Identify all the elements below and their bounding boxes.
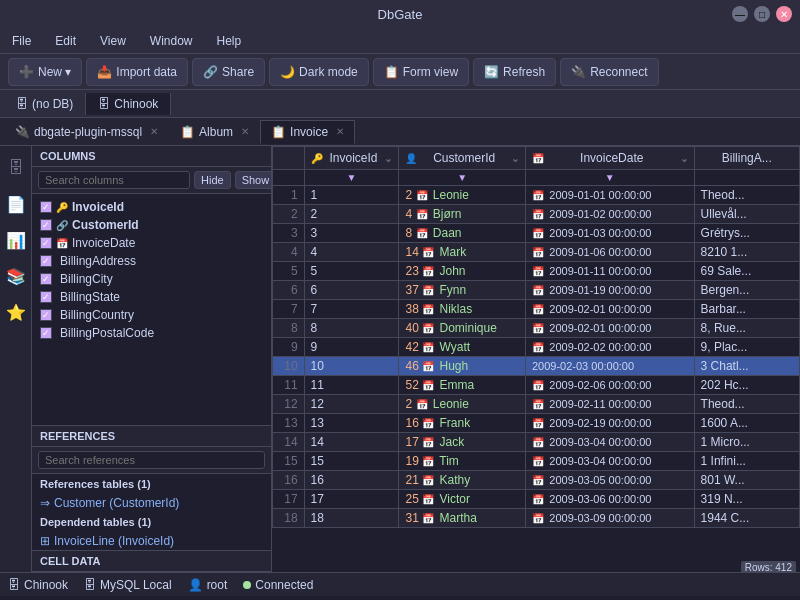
cell-invoiceid[interactable]: 6: [304, 281, 399, 300]
cell-invoicedate[interactable]: 📅 2009-01-06 00:00:00: [525, 243, 694, 262]
cell-customerid[interactable]: 31 📅 Martha: [399, 509, 525, 528]
minimize-button[interactable]: —: [732, 6, 748, 22]
cell-customerid[interactable]: 42 📅 Wyatt: [399, 338, 525, 357]
cell-invoicedate[interactable]: 📅 2009-03-04 00:00:00: [525, 433, 694, 452]
cell-invoiceid[interactable]: 18: [304, 509, 399, 528]
col-billingstate[interactable]: BillingState: [32, 288, 271, 306]
tab-album[interactable]: 📋 Album ✕: [169, 120, 260, 144]
form-view-button[interactable]: 📋 Form view: [373, 58, 469, 86]
th-invoiceid[interactable]: 🔑 InvoiceId ⌄: [304, 147, 399, 170]
col-invoicedate[interactable]: 📅 InvoiceDate: [32, 234, 271, 252]
cell-customerid[interactable]: 52 📅 Emma: [399, 376, 525, 395]
table-row[interactable]: 10 10 46 📅 Hugh 2009-02-03 00:00:00 3 Ch…: [273, 357, 800, 376]
cell-customerid[interactable]: 2 📅 Leonie: [399, 395, 525, 414]
col-invoiceid[interactable]: 🔑 InvoiceId: [32, 198, 271, 216]
cell-billing[interactable]: 8210 1...: [694, 243, 799, 262]
table-row[interactable]: 9 9 42 📅 Wyatt 📅 2009-02-02 00:00:00 9, …: [273, 338, 800, 357]
col-billingcountry-checkbox[interactable]: [40, 309, 52, 321]
cell-customerid[interactable]: 38 📅 Niklas: [399, 300, 525, 319]
cell-billing[interactable]: Theod...: [694, 186, 799, 205]
cell-billing[interactable]: 3 Chatl...: [694, 357, 799, 376]
table-row[interactable]: 2 2 4 📅 Bjørn 📅 2009-01-02 00:00:00 Ulle…: [273, 205, 800, 224]
cell-billing[interactable]: Barbar...: [694, 300, 799, 319]
maximize-button[interactable]: □: [754, 6, 770, 22]
table-row[interactable]: 16 16 21 📅 Kathy 📅 2009-03-05 00:00:00 8…: [273, 471, 800, 490]
cell-customerid[interactable]: 8 📅 Daan: [399, 224, 525, 243]
col-customerid-checkbox[interactable]: [40, 219, 52, 231]
data-table-wrap[interactable]: 🔑 InvoiceId ⌄ 👤 CustomerId ⌄: [272, 146, 800, 572]
refresh-button[interactable]: 🔄 Refresh: [473, 58, 556, 86]
invoicedate-sort-icon[interactable]: ⌄: [680, 153, 688, 164]
cell-customerid[interactable]: 17 📅 Jack: [399, 433, 525, 452]
cell-invoiceid[interactable]: 15: [304, 452, 399, 471]
th-invoicedate[interactable]: 📅 InvoiceDate ⌄: [525, 147, 694, 170]
cell-invoicedate[interactable]: 📅 2009-01-19 00:00:00: [525, 281, 694, 300]
plugin-tab-close[interactable]: ✕: [150, 126, 158, 137]
dark-mode-button[interactable]: 🌙 Dark mode: [269, 58, 369, 86]
cell-billing[interactable]: 1944 C...: [694, 509, 799, 528]
cell-invoiceid[interactable]: 3: [304, 224, 399, 243]
cell-billing[interactable]: Grétrys...: [694, 224, 799, 243]
columns-search-input[interactable]: [38, 171, 190, 189]
cell-invoiceid[interactable]: 10: [304, 357, 399, 376]
cell-customerid[interactable]: 40 📅 Dominique: [399, 319, 525, 338]
table-row[interactable]: 8 8 40 📅 Dominique 📅 2009-02-01 00:00:00…: [273, 319, 800, 338]
cell-invoiceid[interactable]: 11: [304, 376, 399, 395]
cell-billing[interactable]: 319 N...: [694, 490, 799, 509]
menu-help[interactable]: Help: [213, 32, 246, 50]
cell-invoicedate[interactable]: 📅 2009-02-01 00:00:00: [525, 300, 694, 319]
invoiceid-sort-icon[interactable]: ⌄: [384, 153, 392, 164]
th-billingaddr[interactable]: BillingA...: [694, 147, 799, 170]
share-button[interactable]: 🔗 Share: [192, 58, 265, 86]
cell-invoicedate[interactable]: 📅 2009-02-06 00:00:00: [525, 376, 694, 395]
table-row[interactable]: 18 18 31 📅 Martha 📅 2009-03-09 00:00:00 …: [273, 509, 800, 528]
tab-plugin[interactable]: 🔌 dbgate-plugin-mssql ✕: [4, 120, 169, 144]
cell-invoiceid[interactable]: 16: [304, 471, 399, 490]
table-row[interactable]: 5 5 23 📅 John 📅 2009-01-11 00:00:00 69 S…: [273, 262, 800, 281]
menu-edit[interactable]: Edit: [51, 32, 80, 50]
cell-invoiceid[interactable]: 12: [304, 395, 399, 414]
col-billingstate-checkbox[interactable]: [40, 291, 52, 303]
cell-customerid[interactable]: 37 📅 Fynn: [399, 281, 525, 300]
close-button[interactable]: ✕: [776, 6, 792, 22]
cell-invoiceid[interactable]: 2: [304, 205, 399, 224]
cell-invoiceid[interactable]: 17: [304, 490, 399, 509]
cell-invoicedate[interactable]: 📅 2009-01-01 00:00:00: [525, 186, 694, 205]
cell-billing[interactable]: 1600 A...: [694, 414, 799, 433]
menu-window[interactable]: Window: [146, 32, 197, 50]
cell-invoicedate[interactable]: 📅 2009-03-04 00:00:00: [525, 452, 694, 471]
cell-customerid[interactable]: 2 📅 Leonie: [399, 186, 525, 205]
sidebar-star-icon[interactable]: ⭐: [2, 298, 30, 326]
cell-billing[interactable]: 69 Sale...: [694, 262, 799, 281]
cell-customerid[interactable]: 14 📅 Mark: [399, 243, 525, 262]
reconnect-button[interactable]: 🔌 Reconnect: [560, 58, 658, 86]
ref-customer[interactable]: ⇒ Customer (CustomerId): [32, 494, 271, 512]
table-row[interactable]: 17 17 25 📅 Victor 📅 2009-03-06 00:00:00 …: [273, 490, 800, 509]
cell-customerid[interactable]: 23 📅 John: [399, 262, 525, 281]
cell-billing[interactable]: Bergen...: [694, 281, 799, 300]
cell-billing[interactable]: Theod...: [694, 395, 799, 414]
hide-button[interactable]: Hide: [194, 171, 231, 189]
col-billingcity[interactable]: BillingCity: [32, 270, 271, 288]
tab-top-chinook[interactable]: 🗄 Chinook: [86, 93, 171, 115]
cell-invoicedate[interactable]: 2009-02-03 00:00:00: [525, 357, 694, 376]
table-row[interactable]: 13 13 16 📅 Frank 📅 2009-02-19 00:00:00 1…: [273, 414, 800, 433]
table-row[interactable]: 6 6 37 📅 Fynn 📅 2009-01-19 00:00:00 Berg…: [273, 281, 800, 300]
sidebar-book-icon[interactable]: 📚: [2, 262, 30, 290]
table-row[interactable]: 15 15 19 📅 Tim 📅 2009-03-04 00:00:00 1 I…: [273, 452, 800, 471]
cell-customerid[interactable]: 46 📅 Hugh: [399, 357, 525, 376]
col-billingcountry[interactable]: BillingCountry: [32, 306, 271, 324]
cell-invoicedate[interactable]: 📅 2009-01-11 00:00:00: [525, 262, 694, 281]
sidebar-file-icon[interactable]: 📄: [2, 190, 30, 218]
cell-customerid[interactable]: 4 📅 Bjørn: [399, 205, 525, 224]
cell-invoiceid[interactable]: 7: [304, 300, 399, 319]
table-row[interactable]: 11 11 52 📅 Emma 📅 2009-02-06 00:00:00 20…: [273, 376, 800, 395]
cell-customerid[interactable]: 19 📅 Tim: [399, 452, 525, 471]
cell-invoicedate[interactable]: 📅 2009-02-11 00:00:00: [525, 395, 694, 414]
cell-customerid[interactable]: 21 📅 Kathy: [399, 471, 525, 490]
cell-invoicedate[interactable]: 📅 2009-03-06 00:00:00: [525, 490, 694, 509]
menu-file[interactable]: File: [8, 32, 35, 50]
col-invoicedate-checkbox[interactable]: [40, 237, 52, 249]
show-button[interactable]: Show: [235, 171, 272, 189]
col-billingpostalcode[interactable]: BillingPostalCode: [32, 324, 271, 342]
